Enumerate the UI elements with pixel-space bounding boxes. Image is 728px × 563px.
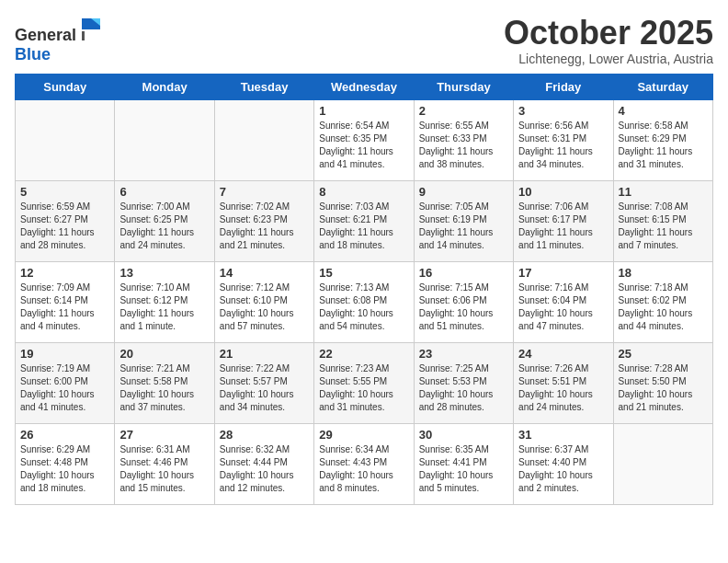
- calendar-cell: 7Sunrise: 7:02 AM Sunset: 6:23 PM Daylig…: [214, 180, 313, 261]
- day-number: 23: [419, 347, 508, 361]
- cell-content: Sunrise: 6:59 AM Sunset: 6:27 PM Dayligh…: [20, 201, 109, 252]
- calendar-cell: 1Sunrise: 6:54 AM Sunset: 6:35 PM Daylig…: [314, 99, 414, 180]
- calendar-cell: 28Sunrise: 6:32 AM Sunset: 4:44 PM Dayli…: [214, 423, 313, 504]
- day-number: 4: [619, 104, 708, 118]
- day-number: 29: [319, 428, 408, 442]
- cell-content: Sunrise: 7:05 AM Sunset: 6:19 PM Dayligh…: [419, 201, 508, 252]
- day-number: 19: [20, 347, 109, 361]
- cell-content: Sunrise: 7:16 AM Sunset: 6:04 PM Dayligh…: [518, 282, 608, 333]
- day-number: 21: [220, 347, 309, 361]
- day-number: 14: [220, 266, 309, 280]
- calendar-cell: 31Sunrise: 6:37 AM Sunset: 4:40 PM Dayli…: [514, 423, 613, 504]
- cell-content: Sunrise: 6:35 AM Sunset: 4:41 PM Dayligh…: [419, 443, 508, 495]
- day-number: 22: [319, 347, 408, 361]
- cell-content: Sunrise: 6:54 AM Sunset: 6:35 PM Dayligh…: [319, 120, 408, 171]
- day-of-week-header: Tuesday: [214, 74, 313, 99]
- day-number: 30: [419, 428, 508, 442]
- location-subtitle: Lichtenegg, Lower Austria, Austria: [504, 52, 713, 66]
- calendar-cell: [115, 99, 214, 180]
- calendar-cell: 6Sunrise: 7:00 AM Sunset: 6:25 PM Daylig…: [115, 180, 214, 261]
- day-of-week-header: Thursday: [414, 74, 513, 99]
- calendar-week-row: 12Sunrise: 7:09 AM Sunset: 6:14 PM Dayli…: [16, 261, 713, 342]
- calendar-cell: 2Sunrise: 6:55 AM Sunset: 6:33 PM Daylig…: [414, 99, 513, 180]
- day-number: 11: [619, 185, 708, 199]
- cell-content: Sunrise: 6:55 AM Sunset: 6:33 PM Dayligh…: [419, 120, 508, 171]
- day-number: 16: [419, 266, 508, 280]
- calendar-cell: 3Sunrise: 6:56 AM Sunset: 6:31 PM Daylig…: [514, 99, 613, 180]
- cell-content: Sunrise: 6:29 AM Sunset: 4:48 PM Dayligh…: [20, 443, 109, 495]
- cell-content: Sunrise: 7:22 AM Sunset: 5:57 PM Dayligh…: [220, 362, 309, 414]
- calendar-cell: 10Sunrise: 7:06 AM Sunset: 6:17 PM Dayli…: [514, 180, 613, 261]
- day-number: 28: [220, 428, 309, 442]
- day-of-week-header: Friday: [514, 74, 613, 99]
- day-number: 12: [20, 266, 109, 280]
- day-number: 25: [619, 347, 708, 361]
- calendar-cell: 27Sunrise: 6:31 AM Sunset: 4:46 PM Dayli…: [115, 423, 214, 504]
- logo: General Blue: [15, 15, 104, 64]
- day-number: 2: [419, 104, 508, 118]
- day-number: 20: [119, 347, 209, 361]
- calendar-week-row: 5Sunrise: 6:59 AM Sunset: 6:27 PM Daylig…: [16, 180, 713, 261]
- calendar-cell: 29Sunrise: 6:34 AM Sunset: 4:43 PM Dayli…: [314, 423, 414, 504]
- calendar-cell: [613, 423, 712, 504]
- day-number: 1: [319, 104, 408, 118]
- day-number: 24: [518, 347, 608, 361]
- calendar-week-row: 19Sunrise: 7:19 AM Sunset: 6:00 PM Dayli…: [16, 342, 713, 423]
- calendar-cell: 15Sunrise: 7:13 AM Sunset: 6:08 PM Dayli…: [314, 261, 414, 342]
- calendar-cell: 4Sunrise: 6:58 AM Sunset: 6:29 PM Daylig…: [613, 99, 712, 180]
- calendar-cell: 11Sunrise: 7:08 AM Sunset: 6:15 PM Dayli…: [613, 180, 712, 261]
- cell-content: Sunrise: 7:10 AM Sunset: 6:12 PM Dayligh…: [119, 282, 209, 333]
- cell-content: Sunrise: 6:56 AM Sunset: 6:31 PM Dayligh…: [518, 120, 608, 171]
- days-of-week-row: SundayMondayTuesdayWednesdayThursdayFrid…: [16, 74, 713, 99]
- cell-content: Sunrise: 7:03 AM Sunset: 6:21 PM Dayligh…: [319, 201, 408, 252]
- logo-flag-icon: [78, 15, 104, 40]
- calendar-header: SundayMondayTuesdayWednesdayThursdayFrid…: [16, 74, 713, 99]
- calendar-cell: 8Sunrise: 7:03 AM Sunset: 6:21 PM Daylig…: [314, 180, 414, 261]
- calendar-cell: 22Sunrise: 7:23 AM Sunset: 5:55 PM Dayli…: [314, 342, 414, 423]
- calendar-cell: 19Sunrise: 7:19 AM Sunset: 6:00 PM Dayli…: [16, 342, 115, 423]
- calendar-cell: 13Sunrise: 7:10 AM Sunset: 6:12 PM Dayli…: [115, 261, 214, 342]
- calendar-cell: 26Sunrise: 6:29 AM Sunset: 4:48 PM Dayli…: [16, 423, 115, 504]
- day-number: 31: [518, 428, 608, 442]
- calendar-cell: 12Sunrise: 7:09 AM Sunset: 6:14 PM Dayli…: [16, 261, 115, 342]
- calendar-cell: 14Sunrise: 7:12 AM Sunset: 6:10 PM Dayli…: [214, 261, 313, 342]
- cell-content: Sunrise: 7:06 AM Sunset: 6:17 PM Dayligh…: [518, 201, 608, 252]
- cell-content: Sunrise: 7:26 AM Sunset: 5:51 PM Dayligh…: [518, 362, 608, 414]
- logo-general: General: [15, 26, 76, 44]
- cell-content: Sunrise: 7:25 AM Sunset: 5:53 PM Dayligh…: [419, 362, 508, 414]
- calendar-cell: 5Sunrise: 6:59 AM Sunset: 6:27 PM Daylig…: [16, 180, 115, 261]
- day-number: 8: [319, 185, 408, 199]
- calendar-cell: 24Sunrise: 7:26 AM Sunset: 5:51 PM Dayli…: [514, 342, 613, 423]
- page-header: General Blue October 2025 Lichtenegg, Lo…: [15, 15, 713, 66]
- calendar-cell: 17Sunrise: 7:16 AM Sunset: 6:04 PM Dayli…: [514, 261, 613, 342]
- calendar-cell: 25Sunrise: 7:28 AM Sunset: 5:50 PM Dayli…: [613, 342, 712, 423]
- calendar-cell: 21Sunrise: 7:22 AM Sunset: 5:57 PM Dayli…: [214, 342, 313, 423]
- calendar-cell: [214, 99, 313, 180]
- calendar-cell: [16, 99, 115, 180]
- calendar-cell: 18Sunrise: 7:18 AM Sunset: 6:02 PM Dayli…: [613, 261, 712, 342]
- day-number: 3: [518, 104, 608, 118]
- day-number: 27: [119, 428, 209, 442]
- calendar-cell: 9Sunrise: 7:05 AM Sunset: 6:19 PM Daylig…: [414, 180, 513, 261]
- cell-content: Sunrise: 7:00 AM Sunset: 6:25 PM Dayligh…: [119, 201, 209, 252]
- cell-content: Sunrise: 7:12 AM Sunset: 6:10 PM Dayligh…: [220, 282, 309, 333]
- cell-content: Sunrise: 7:28 AM Sunset: 5:50 PM Dayligh…: [619, 362, 708, 414]
- calendar-cell: 30Sunrise: 6:35 AM Sunset: 4:41 PM Dayli…: [414, 423, 513, 504]
- day-of-week-header: Saturday: [613, 74, 712, 99]
- calendar-cell: 23Sunrise: 7:25 AM Sunset: 5:53 PM Dayli…: [414, 342, 513, 423]
- calendar-cell: 20Sunrise: 7:21 AM Sunset: 5:58 PM Dayli…: [115, 342, 214, 423]
- cell-content: Sunrise: 7:23 AM Sunset: 5:55 PM Dayligh…: [319, 362, 408, 414]
- cell-content: Sunrise: 7:13 AM Sunset: 6:08 PM Dayligh…: [319, 282, 408, 333]
- day-number: 7: [220, 185, 309, 199]
- calendar-week-row: 1Sunrise: 6:54 AM Sunset: 6:35 PM Daylig…: [16, 99, 713, 180]
- cell-content: Sunrise: 7:18 AM Sunset: 6:02 PM Dayligh…: [619, 282, 708, 333]
- cell-content: Sunrise: 6:32 AM Sunset: 4:44 PM Dayligh…: [220, 443, 309, 495]
- calendar-cell: 16Sunrise: 7:15 AM Sunset: 6:06 PM Dayli…: [414, 261, 513, 342]
- day-number: 26: [20, 428, 109, 442]
- svg-rect-2: [82, 31, 85, 40]
- cell-content: Sunrise: 7:19 AM Sunset: 6:00 PM Dayligh…: [20, 362, 109, 414]
- cell-content: Sunrise: 7:15 AM Sunset: 6:06 PM Dayligh…: [419, 282, 508, 333]
- logo-blue: Blue: [15, 45, 51, 63]
- cell-content: Sunrise: 6:37 AM Sunset: 4:40 PM Dayligh…: [518, 443, 608, 495]
- day-of-week-header: Sunday: [16, 74, 115, 99]
